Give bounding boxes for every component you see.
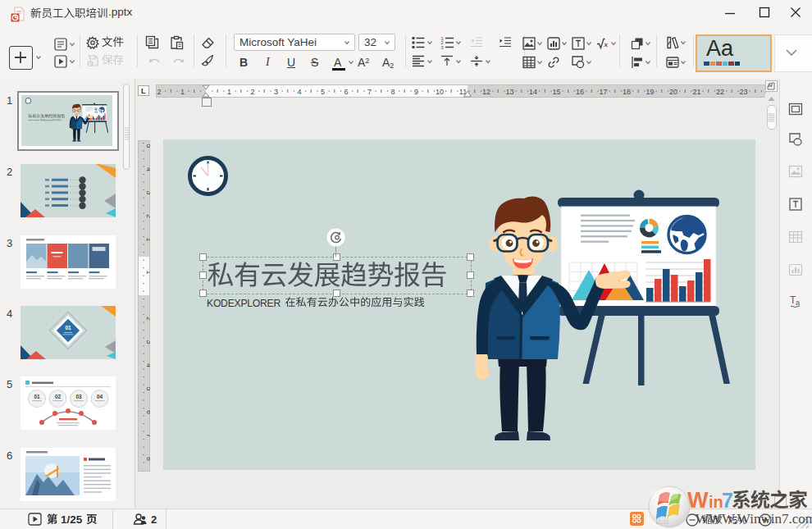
svg-text:20: 20 xyxy=(669,88,677,96)
svg-text:9: 9 xyxy=(414,88,418,96)
svg-text:KODEXPLORER: KODEXPLORER xyxy=(207,298,281,309)
svg-text:5: 5 xyxy=(145,386,150,390)
svg-text:21: 21 xyxy=(692,88,700,96)
svg-text:2: 2 xyxy=(157,88,161,96)
svg-text:2: 2 xyxy=(250,88,254,96)
svg-text:16: 16 xyxy=(576,88,584,96)
svg-text:3: 3 xyxy=(145,340,150,344)
svg-text:3: 3 xyxy=(145,190,150,194)
svg-text:4: 4 xyxy=(145,167,150,171)
svg-text:7: 7 xyxy=(145,433,150,437)
svg-text:5: 5 xyxy=(145,144,150,148)
svg-text:7: 7 xyxy=(722,489,733,512)
svg-text:4: 4 xyxy=(297,88,301,96)
svg-text:4: 4 xyxy=(145,363,150,367)
svg-text:8: 8 xyxy=(145,457,150,461)
svg-text:3: 3 xyxy=(274,88,278,96)
svg-text:7: 7 xyxy=(367,88,372,96)
svg-text:1: 1 xyxy=(180,88,185,96)
svg-text:01: 01 xyxy=(65,325,71,331)
svg-text:a: a xyxy=(796,299,800,307)
svg-text:04: 04 xyxy=(96,394,103,399)
svg-text:6: 6 xyxy=(145,410,150,414)
svg-text:18: 18 xyxy=(623,88,631,96)
svg-text:6: 6 xyxy=(344,88,348,96)
svg-text:2: 2 xyxy=(145,317,150,321)
svg-text:10: 10 xyxy=(436,88,444,96)
svg-text:1: 1 xyxy=(145,237,150,241)
svg-text:1: 1 xyxy=(145,270,150,274)
svg-text:2: 2 xyxy=(145,214,150,218)
svg-text:WWW.Winwin7.com: WWW.Winwin7.com xyxy=(696,511,812,527)
svg-text:3: 3 xyxy=(441,45,444,49)
svg-text:22: 22 xyxy=(716,88,724,96)
svg-text:1: 1 xyxy=(227,88,231,96)
svg-text:8: 8 xyxy=(390,88,395,96)
svg-text:23: 23 xyxy=(739,88,747,96)
svg-text:19: 19 xyxy=(645,88,654,96)
svg-text:5: 5 xyxy=(321,88,325,96)
svg-text:02: 02 xyxy=(54,394,61,399)
svg-text:15: 15 xyxy=(552,88,560,96)
svg-text:W: W xyxy=(687,488,709,513)
svg-text:17: 17 xyxy=(599,88,607,96)
svg-text:01: 01 xyxy=(34,394,40,399)
svg-text:x: x xyxy=(604,40,609,48)
svg-text:12: 12 xyxy=(482,88,490,96)
svg-text:03: 03 xyxy=(75,394,82,399)
svg-text:13: 13 xyxy=(505,88,513,96)
svg-text:14: 14 xyxy=(529,88,537,96)
